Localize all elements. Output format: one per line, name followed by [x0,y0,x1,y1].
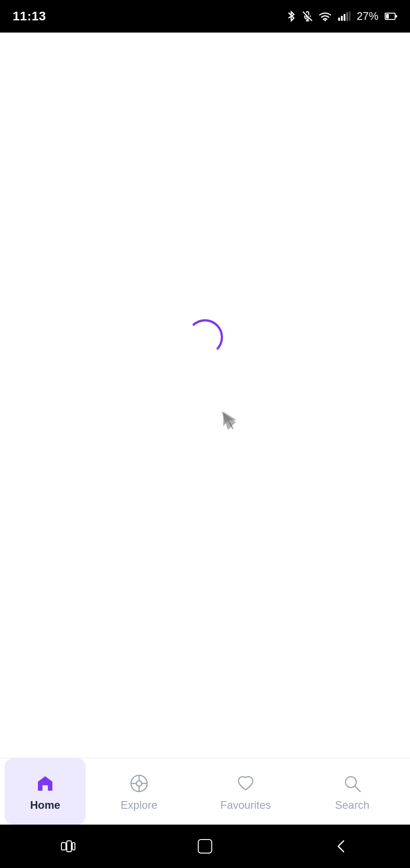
svg-rect-6 [344,14,345,21]
svg-rect-4 [338,18,340,21]
search-icon [340,772,364,795]
mute-icon [303,10,312,22]
svg-point-12 [136,781,142,786]
svg-rect-5 [341,16,343,21]
time-display: 11:13 [13,9,46,24]
system-navigation-bar [0,825,410,868]
nav-item-search[interactable]: Search [299,758,405,825]
status-bar: 11:13 [0,0,410,33]
explore-icon [127,772,151,795]
battery-percent: 27% [357,10,378,23]
home-button[interactable] [187,833,223,860]
home-icon [33,772,57,795]
status-icons: 27% [286,10,397,23]
favourites-icon [234,772,257,795]
signal-icon [338,11,350,21]
svg-rect-22 [198,840,212,853]
svg-rect-20 [67,841,71,852]
wifi-icon [319,11,331,21]
spinner-animation [187,319,223,355]
bluetooth-icon [286,10,296,22]
svg-point-3 [324,19,326,21]
bottom-navigation: Home Explore Favourites [0,758,410,825]
search-label: Search [335,799,369,811]
nav-item-favourites[interactable]: Favourites [192,758,299,825]
recent-apps-button[interactable] [50,833,86,860]
favourites-label: Favourites [220,799,271,811]
battery-icon [385,11,397,21]
svg-rect-10 [386,14,389,19]
svg-rect-8 [349,11,350,21]
back-button[interactable] [324,833,360,860]
svg-line-18 [355,786,360,792]
main-content [0,33,410,758]
nav-item-home[interactable]: Home [5,758,86,825]
loading-spinner [187,319,223,355]
home-label: Home [30,799,61,811]
svg-rect-19 [61,843,66,850]
explore-label: Explore [121,799,157,811]
svg-rect-7 [346,12,348,21]
nav-item-explore[interactable]: Explore [86,758,192,825]
svg-rect-21 [72,843,75,850]
